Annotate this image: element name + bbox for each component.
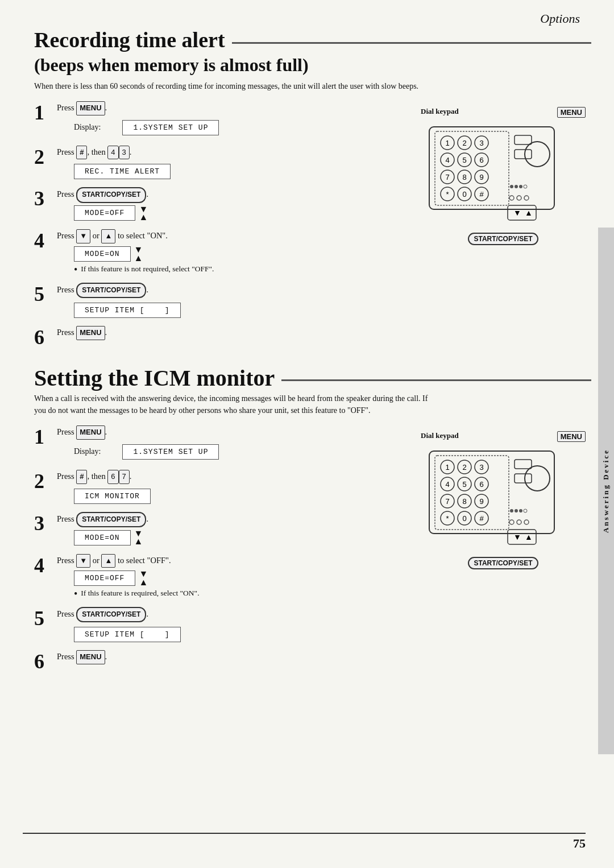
s2-start-copy-set-key-5: START/COPY/SET xyxy=(76,607,146,622)
section1-title-area: Recording time alert (beeps when memory … xyxy=(34,28,591,76)
device-labels-1: Dial keypad MENU xyxy=(415,107,591,118)
step-1-text: Press MENU. xyxy=(57,101,404,115)
step-4-bullet: • If this feature is not required, selec… xyxy=(74,264,404,275)
section1-content: 1 Press MENU. Display: 1.SYSTEM SET UP 2… xyxy=(34,101,591,353)
svg-point-76 xyxy=(517,520,521,524)
s2-h-key: # xyxy=(76,470,87,484)
svg-text:9: 9 xyxy=(479,497,483,506)
s2-step-3: 3 Press START/COPY/SET. MODE=ON ▼▲ xyxy=(34,512,404,548)
s2-step-number-1: 1 xyxy=(34,427,57,447)
s2-step-3-display: MODE=ON ▼▲ xyxy=(74,530,404,546)
bullet-dot-4: • xyxy=(74,264,77,275)
svg-text:*: * xyxy=(446,514,449,523)
step-content-5: Press START/COPY/SET. SETUP ITEM [ ] xyxy=(57,283,404,320)
menu-device-label-2: MENU xyxy=(557,431,586,442)
step-content-6: Press MENU. xyxy=(57,326,404,342)
s2-step-4: 4 Press ▼ or ▲ to select "OFF". MODE=OFF… xyxy=(34,554,404,602)
s2-start-copy-set-key-3: START/COPY/SET xyxy=(76,512,146,527)
s2-step-1-display-row: Display: 1.SYSTEM SET UP xyxy=(74,442,404,462)
svg-point-36 xyxy=(509,196,514,200)
svg-text:9: 9 xyxy=(479,173,483,181)
s2-display-box-2: ICM MONITOR xyxy=(74,489,151,504)
s2-step-number-3: 3 xyxy=(34,513,57,534)
svg-point-31 xyxy=(519,185,522,188)
s2-step-content-6: Press MENU. xyxy=(57,650,404,667)
step-content-2: Press #, then 43. REC. TIME ALERT xyxy=(57,146,404,182)
step-number-1: 1 xyxy=(34,102,57,123)
svg-point-77 xyxy=(524,520,529,524)
svg-rect-65 xyxy=(515,460,532,469)
svg-text:2: 2 xyxy=(462,463,466,472)
step-3-display: MODE=OFF ▼▲ xyxy=(74,205,404,222)
answering-device-label: Answering Device xyxy=(601,449,611,533)
step-6: 6 Press MENU. xyxy=(34,326,404,348)
s2-menu-key-1: MENU xyxy=(76,425,105,440)
s2-step-2: 2 Press #, then 67. ICM MONITOR xyxy=(34,470,404,506)
s2-step-number-2: 2 xyxy=(34,471,57,491)
s2-step-2-text: Press #, then 67. xyxy=(57,470,404,484)
svg-point-69 xyxy=(515,509,518,512)
display-label-1: Display: xyxy=(74,123,101,132)
s2-step-6-text: Press MENU. xyxy=(57,650,404,664)
s2-display-box-1: 1.SYSTEM SET UP xyxy=(122,444,219,460)
s2-step-1-text: Press MENU. xyxy=(57,425,404,440)
s2-step-number-5: 5 xyxy=(34,608,57,629)
section1-device: Dial keypad MENU 1 2 3 4 5 6 7 xyxy=(415,101,591,353)
display-box-4: MODE=ON xyxy=(74,246,131,262)
step-number-5: 5 xyxy=(34,284,57,304)
step-3: 3 Press START/COPY/SET. MODE=OFF ▼▲ xyxy=(34,187,404,224)
svg-text:7: 7 xyxy=(445,173,449,181)
s2-step-content-5: Press START/COPY/SET. SETUP ITEM [ ] xyxy=(57,607,404,644)
section2-device: Dial keypad MENU 1 2 3 4 5 6 7 xyxy=(415,425,591,677)
step-number-3: 3 xyxy=(34,188,57,209)
device-svg-1: 1 2 3 4 5 6 7 8 9 * 0 # xyxy=(424,121,583,229)
svg-text:1: 1 xyxy=(445,463,449,472)
menu-key-6: MENU xyxy=(76,326,105,340)
section1-steps: 1 Press MENU. Display: 1.SYSTEM SET UP 2… xyxy=(34,101,404,353)
section1-subtitle: (beeps when memory is almost full) xyxy=(34,55,591,76)
step-content-1: Press MENU. Display: 1.SYSTEM SET UP xyxy=(57,101,404,140)
arrows-4: ▼▲ xyxy=(134,246,143,262)
svg-point-70 xyxy=(519,509,522,512)
svg-text:▼: ▼ xyxy=(513,532,521,542)
s2-display-label-1: Display: xyxy=(74,447,101,456)
display-box-1: 1.SYSTEM SET UP xyxy=(122,120,219,135)
svg-text:#: # xyxy=(479,190,484,199)
section2-steps: 1 Press MENU. Display: 1.SYSTEM SET UP 2 xyxy=(34,425,404,677)
s2-step-5-text: Press START/COPY/SET. xyxy=(57,607,404,622)
display-box-3: MODE=OFF xyxy=(74,205,135,221)
s2-step-6: 6 Press MENU. xyxy=(34,650,404,672)
section2-content: 1 Press MENU. Display: 1.SYSTEM SET UP 2 xyxy=(34,425,591,677)
section2-description: When a call is received with the answeri… xyxy=(34,392,432,416)
display-box-5: SETUP ITEM [ ] xyxy=(74,303,181,318)
s2-step-content-1: Press MENU. Display: 1.SYSTEM SET UP xyxy=(57,425,404,464)
bullet-text-4: If this feature is not required, select … xyxy=(81,264,214,274)
device-svg-2: 1 2 3 4 5 6 7 8 9 * 0 xyxy=(424,445,583,553)
right-sidebar: Answering Device xyxy=(598,228,614,754)
s2-step-5: 5 Press START/COPY/SET. SETUP ITEM [ ] xyxy=(34,607,404,644)
svg-point-32 xyxy=(524,185,527,188)
s2-key-6: 6 xyxy=(107,470,118,484)
s2-up-key-4: ▲ xyxy=(101,554,115,568)
s2-step-3-text: Press START/COPY/SET. xyxy=(57,512,404,527)
key-4: 4 xyxy=(107,146,118,160)
h-key: # xyxy=(76,146,87,160)
dial-keypad-label-1: Dial keypad xyxy=(421,107,459,118)
svg-text:▲: ▲ xyxy=(525,208,533,217)
dial-keypad-label-2: Dial keypad xyxy=(421,431,459,442)
s2-menu-key-6: MENU xyxy=(76,650,105,664)
step-5: 5 Press START/COPY/SET. SETUP ITEM [ ] xyxy=(34,283,404,320)
s2-bullet-dot-4: • xyxy=(74,589,77,599)
s2-display-box-5: SETUP ITEM [ ] xyxy=(74,627,181,642)
svg-text:3: 3 xyxy=(479,463,483,472)
svg-text:3: 3 xyxy=(479,139,483,147)
svg-point-75 xyxy=(509,520,514,524)
arrows-3: ▼▲ xyxy=(139,205,148,222)
section1-title: Recording time alert xyxy=(34,28,225,52)
svg-point-71 xyxy=(524,509,527,512)
step-4-display: MODE=ON ▼▲ xyxy=(74,246,404,262)
menu-key-1: MENU xyxy=(76,101,105,115)
s2-step-4-bullet: • If this feature is required, select "O… xyxy=(74,589,404,599)
s2-arrows-3: ▼▲ xyxy=(134,530,143,546)
s2-step-1: 1 Press MENU. Display: 1.SYSTEM SET UP xyxy=(34,425,404,464)
